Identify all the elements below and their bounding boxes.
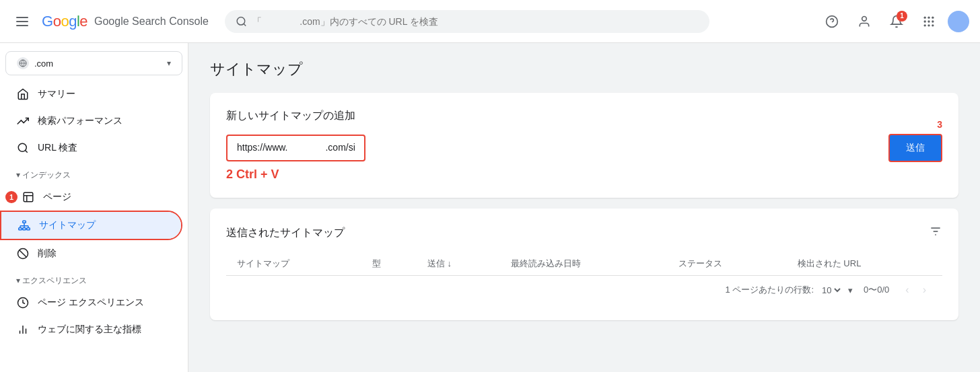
property-dropdown-icon: ▾ — [167, 59, 171, 68]
hamburger-icon[interactable] — [11, 11, 34, 32]
table-header-row: 送信されたサイトマップ — [226, 225, 942, 241]
sidebar-item-label: 検索パフォーマンス — [38, 115, 123, 127]
svg-point-11 — [924, 24, 926, 26]
sidebar-item-label: URL 検査 — [38, 142, 77, 154]
apps-button[interactable] — [915, 8, 942, 35]
rows-per-page-label: 1 ページあたりの行数: — [726, 284, 814, 296]
sidebar-item-sitemaps[interactable]: サイトマップ — [1, 212, 181, 239]
sitemap-input-wrapper — [226, 135, 880, 161]
chevron-down-icon: ▾ — [848, 285, 853, 295]
submitted-sitemaps-title: 送信されたサイトマップ — [226, 226, 345, 240]
step2-annotation: 2 Ctrl + V — [226, 168, 942, 182]
sitemap-highlight: サイトマップ — [0, 211, 182, 240]
svg-point-10 — [932, 20, 934, 22]
app-body: .com ▾ サマリー 検索パフォーマンス URL 検査 ▾ インデックス — [0, 43, 980, 372]
sidebar-item-summary[interactable]: サマリー — [0, 81, 182, 108]
svg-rect-22 — [19, 228, 22, 230]
app-name-label: Google Search Console — [94, 15, 209, 28]
svg-line-31 — [20, 250, 27, 258]
col-type: 型 — [361, 252, 417, 276]
sidebar-item-sitemaps-wrapper: サイトマップ — [0, 211, 188, 240]
add-sitemap-title: 新しいサイトマップの追加 — [226, 109, 942, 123]
svg-line-1 — [244, 24, 246, 26]
header-icons: 1 — [818, 8, 969, 35]
step3-annotation: 3 — [937, 119, 942, 130]
sidebar-item-label: ウェブに関する主な指標 — [38, 324, 141, 336]
svg-rect-23 — [23, 228, 26, 230]
index-section-label: ▾ インデックス — [0, 161, 188, 184]
col-status: ステータス — [668, 252, 787, 276]
col-submitted[interactable]: 送信 ↓ — [417, 252, 500, 276]
page-title: サイトマップ — [210, 59, 958, 79]
main-content: サイトマップ 新しいサイトマップの追加 3 送信 2 Ctrl + V 送信され… — [188, 43, 980, 372]
pagination-range: 0〜0/0 — [864, 284, 889, 296]
submit-btn-wrapper: 3 送信 — [888, 134, 942, 162]
svg-point-12 — [928, 24, 930, 26]
sidebar-item-label: ページ — [43, 191, 71, 203]
sidebar-item-label: 削除 — [38, 248, 57, 260]
pages-icon — [22, 190, 35, 204]
account-button[interactable] — [851, 8, 878, 35]
svg-point-13 — [932, 24, 934, 26]
notification-badge: 1 — [897, 11, 907, 22]
svg-rect-24 — [27, 228, 30, 230]
sidebar-item-performance[interactable]: 検索パフォーマンス — [0, 108, 182, 135]
sidebar-item-web-vitals[interactable]: ウェブに関する主な指標 — [0, 316, 182, 343]
search-input[interactable] — [252, 16, 699, 27]
sidebar-item-label: サマリー — [38, 88, 75, 100]
step1-annotation: 1 — [5, 191, 18, 203]
trending-up-icon — [16, 114, 30, 128]
sidebar: .com ▾ サマリー 検索パフォーマンス URL 検査 ▾ インデックス — [0, 43, 188, 372]
experience-section-label: ▾ エクスペリエンス — [0, 267, 188, 289]
sidebar-item-label: サイトマップ — [39, 219, 96, 231]
col-last-read: 最終読み込み日時 — [500, 252, 667, 276]
sidebar-item-removals[interactable]: 削除 — [0, 240, 182, 267]
sitemap-url-input[interactable] — [226, 135, 365, 161]
search-small-icon — [16, 141, 30, 155]
sidebar-item-label: ページ エクスペリエンス — [38, 297, 144, 309]
svg-point-9 — [928, 20, 930, 22]
prev-page-button[interactable]: ‹ — [900, 281, 914, 299]
property-icon — [17, 57, 29, 69]
table-head: サイトマップ 型 送信 ↓ 最終読み込み日時 ステータス 検出された URL — [226, 252, 942, 276]
svg-point-6 — [928, 16, 930, 18]
svg-point-0 — [237, 17, 245, 25]
logo[interactable]: Google Google Search Console — [42, 13, 209, 30]
svg-rect-18 — [24, 192, 33, 202]
header: Google Google Search Console — [0, 0, 980, 43]
svg-point-7 — [932, 16, 934, 18]
avatar[interactable] — [948, 11, 969, 32]
submitted-sitemaps-card: 送信されたサイトマップ サイトマップ 型 送信 ↓ 最終読み込み日時 — [210, 209, 958, 320]
notifications-button[interactable]: 1 — [883, 8, 910, 35]
rows-per-page-select[interactable]: 10 25 50 — [819, 285, 843, 296]
help-button[interactable] — [818, 8, 845, 35]
svg-point-16 — [18, 143, 26, 151]
svg-line-17 — [25, 150, 27, 152]
bar-chart-icon — [16, 323, 30, 336]
rows-per-page: 1 ページあたりの行数: 10 25 50 ▾ — [726, 284, 853, 296]
sidebar-item-pages[interactable]: ページ — [0, 184, 182, 211]
search-icon — [236, 15, 247, 28]
next-page-button[interactable]: › — [917, 281, 932, 299]
pagination-nav: ‹ › — [900, 281, 932, 299]
svg-point-4 — [862, 16, 867, 21]
filter-button[interactable] — [929, 225, 942, 241]
sitemap-icon — [18, 219, 31, 232]
col-sitemap: サイトマップ — [226, 252, 361, 276]
sidebar-item-page-experience[interactable]: ページ エクスペリエンス — [0, 289, 182, 316]
header-left: Google Google Search Console — [11, 11, 209, 32]
sidebar-item-pages-wrapper: 1 ページ — [0, 184, 188, 211]
add-sitemap-row: 3 送信 — [226, 134, 942, 162]
google-wordmark: Google — [42, 13, 88, 30]
home-icon — [16, 87, 30, 101]
sidebar-item-url-inspection[interactable]: URL 検査 — [0, 135, 182, 161]
svg-point-8 — [924, 20, 926, 22]
sitemaps-table: サイトマップ 型 送信 ↓ 最終読み込み日時 ステータス 検出された URL — [226, 252, 942, 276]
add-sitemap-card: 新しいサイトマップの追加 3 送信 2 Ctrl + V — [210, 93, 958, 198]
search-bar[interactable] — [225, 10, 709, 33]
block-icon — [16, 247, 30, 260]
svg-rect-21 — [23, 221, 26, 223]
property-selector[interactable]: .com ▾ — [5, 51, 182, 75]
submit-button[interactable]: 送信 — [888, 134, 942, 162]
speed-icon — [16, 296, 30, 309]
